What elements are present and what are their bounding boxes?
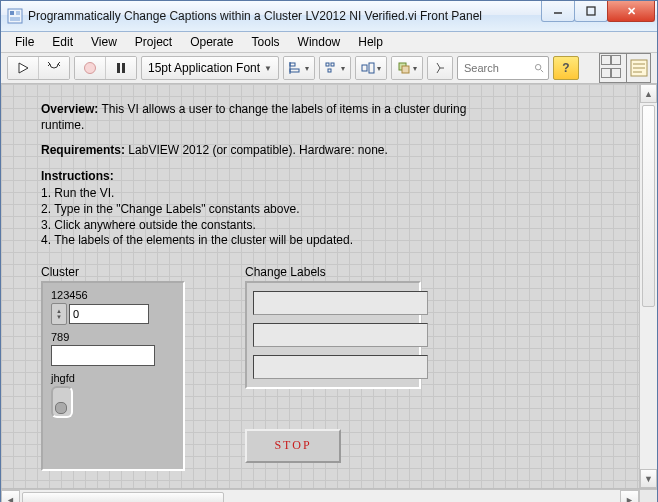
svg-rect-15 (328, 69, 331, 72)
string-label: 789 (51, 331, 175, 343)
run-continuous-button[interactable] (39, 57, 69, 79)
stop-button[interactable]: STOP (245, 429, 341, 463)
enter-text-button[interactable] (428, 57, 452, 79)
numeric-spinner[interactable]: ▲▼ (51, 303, 67, 325)
numeric-label: 123456 (51, 289, 175, 301)
menubar: File Edit View Project Operate Tools Win… (1, 32, 657, 53)
change-labels-array[interactable] (245, 281, 421, 389)
menu-edit[interactable]: Edit (44, 32, 81, 52)
instruction-step: 3. Click anywhere outside the constants. (41, 218, 491, 234)
horizontal-scrollbar[interactable]: ◄ ► (1, 489, 657, 502)
cluster-title: Cluster (41, 265, 185, 279)
svg-rect-10 (290, 63, 295, 66)
scroll-right-button[interactable]: ► (620, 490, 639, 502)
svg-point-7 (85, 63, 96, 74)
align-group: ▾ (283, 56, 315, 80)
boolean-label: jhgfd (51, 372, 175, 384)
reorder-button[interactable]: ▾ (392, 57, 422, 79)
svg-marker-6 (19, 63, 28, 73)
overview-text: Overview: This VI allows a user to chang… (41, 102, 491, 249)
maximize-button[interactable] (574, 1, 608, 22)
titlebar: Programmatically Change Captions within … (1, 1, 657, 32)
change-labels-input-2[interactable] (253, 355, 428, 379)
pause-button[interactable] (106, 57, 136, 79)
align-objects-button[interactable]: ▾ (284, 57, 314, 79)
change-labels-title: Change Labels (245, 265, 421, 279)
svg-line-22 (541, 70, 543, 72)
svg-rect-5 (587, 7, 595, 15)
text-settings-dropdown[interactable]: 15pt Application Font ▼ (141, 56, 279, 80)
minimize-button[interactable] (541, 1, 575, 22)
reorder-group: ▾ (391, 56, 423, 80)
scroll-up-button[interactable]: ▲ (640, 84, 657, 103)
cluster-section: Cluster 123456 ▲▼ 789 jhgfd (41, 265, 185, 471)
distribute-objects-button[interactable]: ▾ (320, 57, 350, 79)
context-help-button[interactable]: ? (553, 56, 579, 80)
distribute-group: ▾ (319, 56, 351, 80)
instruction-step: 4. The labels of the elements in the clu… (41, 233, 491, 249)
numeric-control[interactable]: ▲▼ (51, 303, 175, 325)
svg-rect-3 (10, 17, 20, 21)
svg-rect-14 (331, 63, 334, 66)
toolbar: 15pt Application Font ▼ ▾ ▾ ▾ ▾ (1, 53, 657, 84)
vi-icon (627, 54, 650, 82)
change-labels-input-1[interactable] (253, 323, 428, 347)
search-box[interactable] (457, 56, 549, 80)
menu-window[interactable]: Window (290, 32, 349, 52)
resize-objects-button[interactable]: ▾ (356, 57, 386, 79)
scroll-thumb[interactable] (642, 105, 655, 307)
front-panel-area: Overview: This VI allows a user to chang… (1, 84, 657, 489)
resize-group: ▾ (355, 56, 387, 80)
instruction-step: 1. Run the VI. (41, 186, 491, 202)
scroll-corner (639, 490, 657, 502)
scroll-track[interactable] (640, 103, 657, 469)
run-button[interactable] (8, 57, 39, 79)
window-title: Programmatically Change Captions within … (28, 9, 542, 23)
window-buttons: ✕ (542, 1, 655, 31)
cluster-control[interactable]: 123456 ▲▼ 789 jhgfd (41, 281, 185, 471)
vertical-scrollbar[interactable]: ▲ ▼ (639, 84, 657, 488)
menu-operate[interactable]: Operate (182, 32, 241, 52)
menu-help[interactable]: Help (350, 32, 391, 52)
menu-view[interactable]: View (83, 32, 125, 52)
svg-point-21 (535, 64, 540, 69)
svg-rect-13 (326, 63, 329, 66)
svg-rect-9 (122, 63, 125, 73)
numeric-input[interactable] (69, 304, 149, 324)
svg-rect-2 (16, 11, 20, 15)
menu-project[interactable]: Project (127, 32, 180, 52)
scroll-thumb-h[interactable] (22, 492, 224, 502)
change-labels-section: Change Labels STOP (245, 265, 421, 471)
svg-rect-11 (290, 69, 299, 72)
scroll-track-h[interactable] (20, 490, 620, 502)
instruction-step: 2. Type in the "Change Labels" constants… (41, 202, 491, 218)
font-label: 15pt Application Font (148, 61, 260, 75)
boolean-switch[interactable] (51, 386, 73, 418)
search-icon (534, 62, 544, 74)
front-panel[interactable]: Overview: This VI allows a user to chang… (1, 84, 640, 488)
svg-rect-17 (369, 63, 374, 73)
menu-tools[interactable]: Tools (244, 32, 288, 52)
run-group (7, 56, 70, 80)
close-button[interactable]: ✕ (607, 1, 655, 22)
chevron-down-icon: ▼ (264, 64, 272, 73)
string-input[interactable] (51, 345, 155, 366)
app-icon (7, 8, 23, 24)
abort-group (74, 56, 137, 80)
app-window: Programmatically Change Captions within … (0, 0, 658, 502)
svg-rect-19 (402, 66, 409, 73)
change-labels-input-0[interactable] (253, 291, 428, 315)
svg-rect-16 (362, 65, 367, 71)
history-group (427, 56, 453, 80)
svg-rect-1 (10, 11, 14, 15)
search-input[interactable] (462, 61, 534, 75)
abort-button[interactable] (75, 57, 106, 79)
connector-pane[interactable] (599, 53, 651, 83)
svg-rect-8 (117, 63, 120, 73)
scroll-left-button[interactable]: ◄ (1, 490, 20, 502)
menu-file[interactable]: File (7, 32, 42, 52)
scroll-down-button[interactable]: ▼ (640, 469, 657, 488)
